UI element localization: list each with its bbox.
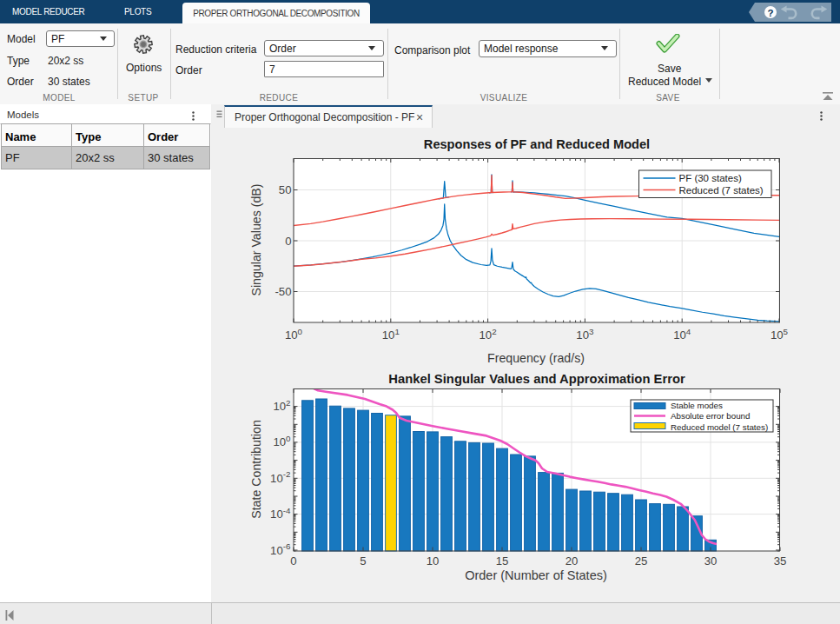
svg-text:10-2: 10-2 <box>270 469 290 485</box>
svg-text:Absolute error bound: Absolute error bound <box>671 411 751 421</box>
svg-text:PF (30 states): PF (30 states) <box>679 173 742 183</box>
svg-text:Hankel Singular Values and App: Hankel Singular Values and Approximation… <box>388 372 685 386</box>
svg-text:Reduced (7 states): Reduced (7 states) <box>679 185 764 196</box>
svg-text:30: 30 <box>704 554 718 568</box>
svg-text:100: 100 <box>285 327 303 342</box>
svg-text:25: 25 <box>635 554 648 568</box>
svg-text:0: 0 <box>285 235 291 248</box>
svg-text:Order (Number of States): Order (Number of States) <box>465 568 607 582</box>
svg-text:Responses of PF and Reduced Mo: Responses of PF and Reduced Model <box>424 137 650 151</box>
svg-text:-50: -50 <box>274 285 291 298</box>
svg-text:Singular Values (dB): Singular Values (dB) <box>249 183 263 295</box>
svg-text:103: 103 <box>576 327 594 342</box>
svg-text:Stable modes: Stable modes <box>671 401 723 410</box>
svg-text:0: 0 <box>290 554 296 568</box>
svg-text:105: 105 <box>771 327 789 342</box>
svg-text:50: 50 <box>279 183 292 196</box>
svg-text:102: 102 <box>273 398 290 414</box>
svg-text:5: 5 <box>360 554 366 568</box>
svg-text:10-6: 10-6 <box>270 541 291 557</box>
svg-text:Reduced model (7 states): Reduced model (7 states) <box>671 422 768 432</box>
svg-text:Frequency (rad/s): Frequency (rad/s) <box>487 351 585 365</box>
svg-text:101: 101 <box>382 327 400 342</box>
svg-text:104: 104 <box>673 327 691 342</box>
svg-text:20: 20 <box>566 554 579 568</box>
svg-text:State Contribution: State Contribution <box>249 420 263 519</box>
svg-text:10: 10 <box>427 554 440 568</box>
svg-text:15: 15 <box>496 554 509 568</box>
svg-text:102: 102 <box>480 327 497 342</box>
svg-text:10-4: 10-4 <box>270 506 291 521</box>
svg-text:35: 35 <box>774 554 787 568</box>
svg-text:100: 100 <box>273 434 291 449</box>
